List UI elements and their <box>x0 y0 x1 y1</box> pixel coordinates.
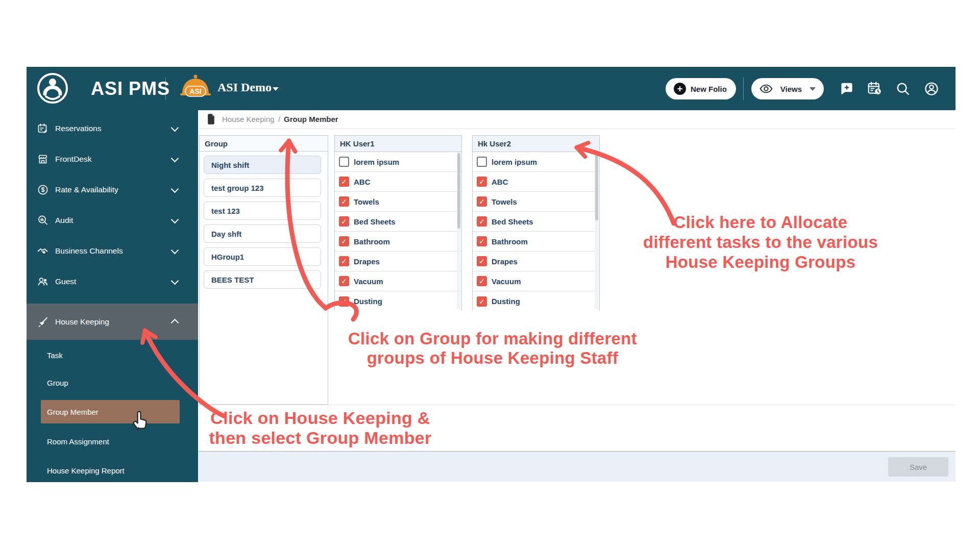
new-folio-button[interactable]: + New Folio <box>666 78 736 99</box>
feedback-chat-icon[interactable] <box>839 81 854 96</box>
task-row: Bed Sheets <box>473 212 599 232</box>
new-folio-label: New Folio <box>691 85 727 93</box>
sidebar-item-rate-availability[interactable]: $ Rate & Availability <box>27 174 198 205</box>
task-row: Dusting <box>473 291 599 311</box>
task-row: Towels <box>335 192 461 212</box>
page: ASI PMS ASI ASI Demo + New Folio Views <box>0 0 980 551</box>
task-checkbox[interactable] <box>339 216 349 227</box>
task-label: Bed Sheets <box>354 217 396 226</box>
chevron-down-icon <box>171 277 179 285</box>
task-row: Bed Sheets <box>335 212 461 232</box>
sidebar-item-frontdesk[interactable]: FrontDesk <box>27 144 198 174</box>
group-panel: Group Night shift test group 123 test 12… <box>199 135 328 405</box>
task-checkbox[interactable] <box>477 157 487 167</box>
group-list-item[interactable]: BEES TEST <box>204 270 321 289</box>
group-panel-title: Group <box>205 139 228 148</box>
reservations-icon <box>37 122 49 135</box>
hk-user2-title: Hk User2 <box>478 139 511 148</box>
header-divider <box>165 78 166 100</box>
annotation-line: groups of House Keeping Staff <box>334 348 651 368</box>
task-checkbox[interactable] <box>339 157 349 167</box>
task-label: Vacuum <box>354 277 383 286</box>
task-checkbox[interactable] <box>339 276 349 286</box>
save-button[interactable]: Save <box>888 457 948 477</box>
task-row: ABC <box>473 172 599 192</box>
group-list-item[interactable]: test group 123 <box>204 179 321 197</box>
frontdesk-icon <box>37 153 49 165</box>
task-checkbox[interactable] <box>339 196 349 207</box>
audit-icon <box>37 214 49 227</box>
sidebar-item-housekeeping[interactable]: House Keeping <box>27 304 198 340</box>
svg-text:$: $ <box>41 186 45 193</box>
sidebar-subitem-group[interactable]: Group <box>27 370 198 395</box>
rate-availability-icon: $ <box>37 184 49 196</box>
group-list-item[interactable]: Day shft <box>204 224 321 243</box>
task-checkbox[interactable] <box>477 256 487 266</box>
task-row: Vacuum <box>473 271 599 291</box>
panel-scrollbar-2[interactable] <box>595 153 598 220</box>
task-checkbox[interactable] <box>477 177 487 187</box>
property-name[interactable]: ASI Demo <box>217 81 272 94</box>
hk-user1-title: HK User1 <box>340 139 375 148</box>
task-row: Bathroom <box>335 232 461 252</box>
task-checkbox[interactable] <box>477 216 487 227</box>
sidebar-subitem-housekeeping-report[interactable]: House Keeping Report <box>27 458 198 483</box>
sidebar-subitem-group-member-active[interactable]: Group Member <box>41 400 180 423</box>
sidebar-item-reservations[interactable]: Reservations <box>27 113 198 144</box>
task-label: ABC <box>492 178 508 186</box>
hk-user1-panel: HK User1 lorem ipsum ABC Towels <box>334 135 462 311</box>
breadcrumb-page: Group Member <box>284 115 338 123</box>
task-label: Towels <box>492 197 517 206</box>
task-checkbox[interactable] <box>339 296 349 307</box>
task-row: Drapes <box>335 252 461 271</box>
sidebar-item-audit[interactable]: Audit <box>27 205 198 236</box>
task-label: Vacuum <box>492 277 521 286</box>
sidebar-subitem-room-assignment[interactable]: Room Assignment <box>27 429 198 454</box>
sidebar-item-label: Guest <box>55 277 76 286</box>
task-checkbox[interactable] <box>477 196 487 207</box>
group-list-item[interactable]: Night shift <box>204 156 321 174</box>
chevron-down-icon <box>171 216 179 224</box>
plus-icon: + <box>674 83 686 95</box>
account-icon[interactable] <box>924 81 939 96</box>
task-checkbox[interactable] <box>339 177 349 187</box>
footer-bar: Save <box>198 451 955 482</box>
task-checkbox[interactable] <box>477 236 487 246</box>
annotation-line: Click on House Keeping & <box>176 408 464 428</box>
task-label: Bed Sheets <box>492 217 533 226</box>
sidebar-item-guest[interactable]: Guest <box>27 266 198 297</box>
subitem-label: House Keeping Report <box>47 466 125 475</box>
sidebar-item-business-channels[interactable]: Business Channels <box>27 236 198 266</box>
property-caret-icon[interactable] <box>273 87 279 91</box>
sidebar: Reservations FrontDesk $ Rate & Availabi… <box>27 110 198 482</box>
task-row: ABC <box>335 172 461 192</box>
calendar-schedule-icon[interactable] <box>867 81 882 96</box>
search-icon[interactable] <box>895 81 911 96</box>
task-label: lorem ipsum <box>492 158 537 166</box>
task-checkbox[interactable] <box>339 256 349 266</box>
sidebar-item-label: House Keeping <box>55 317 109 327</box>
sidebar-item-label: Reservations <box>55 124 101 133</box>
group-list-item[interactable]: HGroup1 <box>204 247 321 266</box>
task-checkbox[interactable] <box>477 296 487 307</box>
annotation-click-housekeeping: Click on House Keeping &then select Grou… <box>176 408 464 448</box>
task-label: Dusting <box>492 297 520 306</box>
views-dropdown[interactable]: Views <box>751 78 824 99</box>
subitem-label: Task <box>47 351 63 360</box>
chevron-down-icon <box>171 124 179 132</box>
task-label: lorem ipsum <box>354 158 399 166</box>
sidebar-item-label: Business Channels <box>55 246 123 256</box>
eye-icon <box>760 84 773 93</box>
subitem-label: Room Assignment <box>47 437 109 446</box>
task-label: Drapes <box>354 257 380 266</box>
breadcrumb-section[interactable]: House Keeping <box>222 115 275 123</box>
header-divider-2 <box>743 78 744 100</box>
group-list-item[interactable]: test 123 <box>204 202 321 220</box>
task-checkbox[interactable] <box>339 236 349 246</box>
business-channels-icon <box>37 245 49 257</box>
guest-icon <box>37 276 49 288</box>
panel-scrollbar[interactable] <box>457 153 460 229</box>
sidebar-subitem-task[interactable]: Task <box>27 342 198 368</box>
task-checkbox[interactable] <box>477 276 487 286</box>
hk-user1-header: HK User1 <box>335 136 461 152</box>
